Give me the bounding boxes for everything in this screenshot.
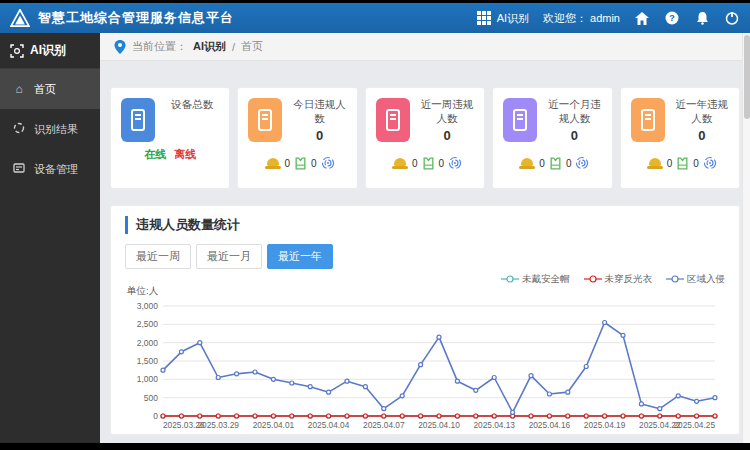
help-icon[interactable]: ?	[664, 10, 680, 26]
svg-text:3,000: 3,000	[137, 301, 159, 311]
bottom-strip	[0, 443, 750, 450]
y-axis-unit-label: 单位:人	[127, 285, 725, 298]
card-value: 0	[673, 128, 731, 143]
legend-label: 未戴安全帽	[522, 273, 570, 286]
violation-breakdown: 0 0	[631, 156, 733, 170]
helmet-icon	[265, 158, 281, 169]
card-device-total: 设备总数 在线离线	[110, 87, 230, 189]
scan-menu-icon	[12, 122, 26, 137]
card-title: 近一周违规人数	[418, 98, 476, 125]
device-total-icon	[121, 98, 155, 142]
card-title: 近一年违规人数	[673, 98, 731, 125]
apps-grid-icon	[477, 11, 491, 25]
violations-line-chart: 05001,0001,5002,0002,5003,0002025.03.262…	[125, 300, 727, 432]
breadcrumb-page[interactable]: 首页	[241, 39, 263, 54]
card-value: 0	[290, 128, 348, 143]
helmet-icon	[647, 158, 663, 169]
main-area: 当前位置： AI识别 / 首页 设备总数 在线离线	[100, 33, 750, 443]
online-label: 在线	[144, 148, 166, 160]
sidebar-item-results[interactable]: 识别结果	[0, 109, 100, 149]
helmet-icon	[392, 158, 408, 169]
svg-text:0: 0	[153, 411, 158, 421]
vest-icon	[422, 157, 435, 170]
vest-icon	[676, 157, 689, 170]
sidebar-item-devices[interactable]: 设备管理	[0, 149, 100, 189]
range-tabs: 最近一周 最近一月 最近一年	[125, 244, 725, 269]
offline-label: 离线	[174, 148, 196, 160]
legend-marker-icon	[501, 274, 519, 284]
scrollbar[interactable]	[742, 33, 750, 443]
svg-text:500: 500	[144, 393, 158, 403]
violations-year-icon	[631, 98, 665, 142]
content: 设备总数 在线离线 今日违规人数 0	[100, 61, 750, 443]
violations-today-icon	[248, 98, 282, 142]
chart-legend: 未戴安全帽未穿反光衣区域入侵	[125, 273, 725, 285]
svg-text:2025.04.01: 2025.04.01	[253, 420, 295, 430]
svg-text:2025.03.29: 2025.03.29	[197, 420, 239, 430]
helmet-icon	[519, 158, 535, 169]
tab-last-week[interactable]: 最近一周	[125, 244, 191, 269]
home-menu-icon: ⌂	[12, 82, 26, 96]
legend-item[interactable]: 未穿反光衣	[584, 273, 653, 285]
violation-breakdown: 0 0	[376, 156, 478, 170]
sidebar: AI识别 ⌂ 首页 识别结果 设备管理	[0, 33, 100, 443]
platform-logo-icon	[10, 9, 30, 27]
power-icon[interactable]	[724, 10, 740, 26]
panel-title: 违规人员数量统计	[125, 216, 725, 234]
violations-chart-panel: 违规人员数量统计 最近一周 最近一月 最近一年 未戴安全帽未穿反光衣区域入侵 单…	[110, 205, 740, 435]
stat-cards-row: 设备总数 在线离线 今日违规人数 0	[110, 87, 740, 189]
face-scan-icon	[10, 44, 24, 58]
tab-last-year[interactable]: 最近一年	[267, 244, 333, 269]
svg-text:2025.04.10: 2025.04.10	[418, 420, 460, 430]
page-title: 智慧工地综合管理服务信息平台	[38, 9, 234, 27]
violation-breakdown: 0 0	[248, 156, 350, 170]
username[interactable]: admin	[590, 12, 620, 24]
card-title: 近一个月违规人数	[545, 98, 603, 125]
sidebar-header: AI识别	[0, 33, 100, 69]
fingerprint-icon	[703, 156, 717, 170]
violation-breakdown: 0 0	[503, 156, 605, 170]
legend-marker-icon	[666, 274, 684, 284]
header-bar: 智慧工地综合管理服务信息平台 AI识别 欢迎您： admin ?	[0, 3, 750, 33]
legend-item[interactable]: 未戴安全帽	[501, 273, 570, 285]
app-switcher-label: AI识别	[497, 11, 529, 26]
home-icon[interactable]	[634, 10, 650, 26]
svg-text:2025.04.13: 2025.04.13	[473, 420, 515, 430]
svg-text:1,500: 1,500	[137, 356, 159, 366]
breadcrumb: 当前位置： AI识别 / 首页	[100, 33, 750, 61]
device-menu-icon	[12, 162, 26, 177]
vest-icon	[294, 157, 307, 170]
device-status: 在线离线	[111, 147, 229, 162]
sidebar-title: AI识别	[30, 42, 66, 59]
legend-label: 区域入侵	[687, 273, 725, 286]
fingerprint-icon	[321, 156, 335, 170]
violations-week-icon	[376, 98, 410, 142]
card-value: 0	[418, 128, 476, 143]
svg-text:2025.04.16: 2025.04.16	[529, 420, 571, 430]
card-title: 设备总数	[163, 98, 221, 112]
app-switcher[interactable]: AI识别	[477, 11, 529, 26]
svg-text:2025.04.25: 2025.04.25	[673, 420, 715, 430]
welcome-text: 欢迎您： admin	[543, 11, 620, 26]
svg-text:2025.04.04: 2025.04.04	[308, 420, 350, 430]
fingerprint-icon	[575, 156, 589, 170]
sidebar-item-home[interactable]: ⌂ 首页	[0, 69, 100, 109]
svg-text:2025.04.07: 2025.04.07	[363, 420, 405, 430]
svg-text:2,500: 2,500	[137, 319, 159, 329]
card-title: 今日违规人数	[290, 98, 348, 125]
card-value: 0	[545, 128, 603, 143]
card-violations-week: 近一周违规人数 0 0 0	[365, 87, 485, 189]
fingerprint-icon	[448, 156, 462, 170]
legend-item[interactable]: 区域入侵	[666, 273, 725, 285]
svg-text:1,000: 1,000	[137, 374, 159, 384]
vest-icon	[549, 157, 562, 170]
legend-marker-icon	[584, 274, 602, 284]
scrollbar-thumb[interactable]	[744, 35, 750, 119]
svg-text:2,000: 2,000	[137, 338, 159, 348]
breadcrumb-section[interactable]: AI识别	[193, 39, 226, 54]
violations-month-icon	[503, 98, 537, 142]
tab-last-month[interactable]: 最近一月	[196, 244, 262, 269]
svg-text:?: ?	[669, 13, 675, 23]
bell-icon[interactable]	[694, 10, 710, 26]
card-violations-month: 近一个月违规人数 0 0 0	[492, 87, 612, 189]
